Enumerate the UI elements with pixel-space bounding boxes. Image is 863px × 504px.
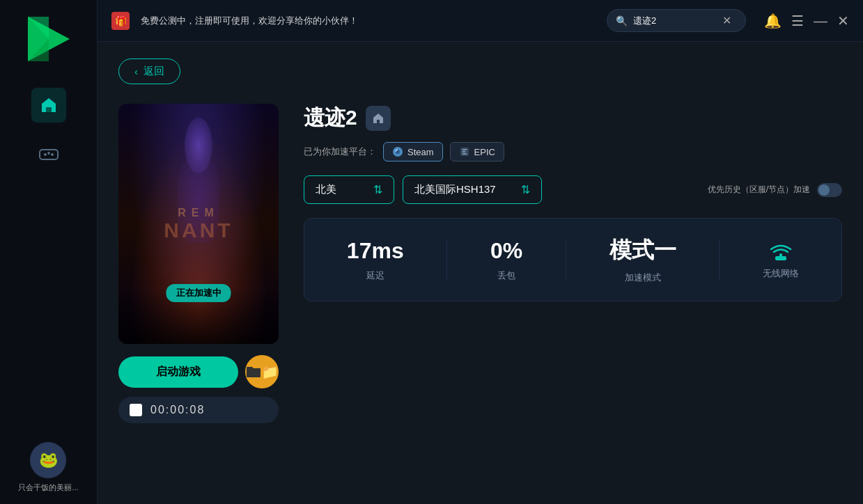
- region-selector[interactable]: 北美 ⇅: [304, 175, 394, 204]
- launch-button[interactable]: 启动游戏: [118, 356, 238, 388]
- close-button[interactable]: ✕: [837, 14, 849, 28]
- timer-bar: 00:00:08: [118, 397, 279, 423]
- svg-point-5: [44, 153, 47, 156]
- latency-value: 17ms: [347, 238, 404, 264]
- back-chevron-icon: ‹: [134, 65, 138, 77]
- minimize-button[interactable]: —: [814, 14, 827, 28]
- game-title-row: 遗迹2: [304, 104, 842, 132]
- search-box[interactable]: 🔍 ✕: [607, 9, 746, 32]
- network-stat: 无线网络: [763, 239, 799, 280]
- sidebar-item-home[interactable]: [31, 88, 66, 123]
- menu-button[interactable]: ☰: [791, 14, 804, 28]
- avatar-name: 只会干饭的美丽...: [18, 482, 78, 493]
- priority-toggle[interactable]: [817, 183, 842, 197]
- server-dropdown-icon: ⇅: [521, 183, 530, 196]
- steam-platform-badge[interactable]: Steam: [383, 142, 443, 162]
- stop-button[interactable]: [130, 404, 142, 416]
- server-value: 北美国际HSH137: [414, 183, 496, 196]
- notification-button[interactable]: 🔔: [764, 14, 782, 28]
- topbar: 🎁 免费公测中，注册即可使用，欢迎分享给你的小伙伴！ 🔍 ✕ 🔔 ☰ — ✕: [98, 0, 863, 42]
- sidebar-item-games[interactable]: [31, 136, 66, 171]
- priority-toggle-row: 优先历史（区服/节点）加速: [708, 183, 842, 197]
- packet-loss-value: 0%: [490, 238, 522, 264]
- server-selector[interactable]: 北美国际HSH137 ⇅: [403, 175, 542, 204]
- stat-divider-3: [719, 239, 720, 281]
- latency-label: 延迟: [366, 269, 384, 282]
- svg-point-6: [51, 153, 54, 156]
- stats-panel: 17ms 延迟 0% 丢包 模式一 加速模式: [304, 218, 842, 301]
- search-clear-icon[interactable]: ✕: [722, 14, 731, 27]
- network-label: 无线网络: [763, 267, 799, 280]
- user-avatar-section: 🐸 只会干饭的美丽...: [18, 442, 78, 493]
- epic-platform-badge[interactable]: EPIC: [450, 142, 504, 162]
- toggle-knob: [818, 184, 830, 196]
- mode-value: 模式一: [609, 235, 676, 266]
- game-home-button[interactable]: [366, 106, 391, 131]
- mode-stat: 模式一 加速模式: [609, 235, 676, 284]
- topbar-actions: 🔔 ☰ — ✕: [764, 14, 849, 28]
- mode-label: 加速模式: [625, 271, 661, 284]
- priority-label: 优先历史（区服/节点）加速: [708, 184, 810, 196]
- content-area: ‹ 返回 REM NANT: [98, 42, 863, 504]
- game-info-panel: 遗迹2 已为你加速平台：: [304, 104, 842, 301]
- app-logo: [21, 11, 77, 67]
- steam-label: Steam: [407, 147, 434, 157]
- packet-loss-stat: 0% 丢包: [490, 238, 522, 282]
- latency-stat: 17ms 延迟: [347, 238, 404, 282]
- game-cover: REM NANT 正在加速中: [118, 104, 279, 344]
- region-dropdown-icon: ⇅: [373, 183, 382, 196]
- server-selector-row: 北美 ⇅ 北美国际HSH137 ⇅ 优先历史（区服/节点）加速: [304, 175, 842, 204]
- accelerating-badge: 正在加速中: [166, 284, 231, 302]
- stat-divider-1: [446, 239, 447, 281]
- platform-row: 已为你加速平台： Steam E: [304, 142, 842, 162]
- timer-display: 00:00:08: [150, 404, 205, 416]
- game-cover-title: REM NANT: [164, 206, 233, 242]
- svg-point-14: [779, 253, 782, 256]
- notice-text: 免费公测中，注册即可使用，欢迎分享给你的小伙伴！: [141, 15, 596, 27]
- platform-label: 已为你加速平台：: [304, 145, 376, 158]
- back-label: 返回: [143, 65, 164, 78]
- stat-divider-2: [566, 239, 566, 281]
- wifi-icon: [767, 239, 795, 262]
- avatar[interactable]: 🐸: [30, 442, 66, 478]
- sidebar: 🐸 只会干饭的美丽...: [0, 0, 98, 504]
- search-icon: 🔍: [616, 15, 628, 26]
- game-cover-section: REM NANT 正在加速中 启动游戏 📁: [118, 104, 279, 423]
- main-area: 🎁 免费公测中，注册即可使用，欢迎分享给你的小伙伴！ 🔍 ✕ 🔔 ☰ — ✕ ‹…: [98, 0, 863, 504]
- cover-actions: 启动游戏 📁: [118, 355, 279, 388]
- back-button[interactable]: ‹ 返回: [118, 58, 180, 84]
- svg-rect-8: [48, 152, 49, 155]
- packet-loss-label: 丢包: [497, 269, 515, 282]
- search-input[interactable]: [633, 15, 717, 26]
- folder-button[interactable]: 📁: [245, 355, 279, 388]
- region-value: 北美: [316, 183, 336, 196]
- epic-label: EPIC: [474, 147, 495, 157]
- notice-icon: 🎁: [111, 12, 130, 30]
- game-title: 遗迹2: [304, 104, 357, 132]
- game-detail: REM NANT 正在加速中 启动游戏 📁: [118, 104, 842, 423]
- svg-rect-3: [46, 107, 52, 112]
